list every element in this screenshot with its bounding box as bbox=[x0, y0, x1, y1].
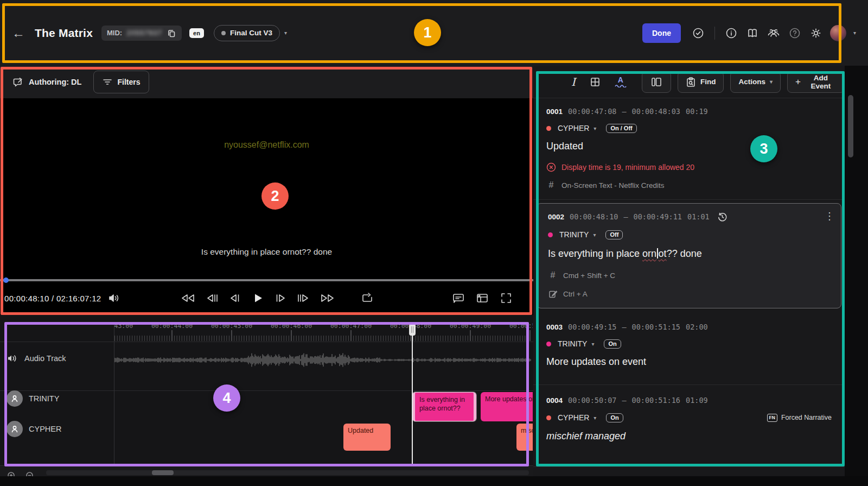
top-bar: ← The Matrix MID: 20557937 en Final Cut … bbox=[0, 0, 868, 66]
on-off-badge[interactable]: Off bbox=[605, 230, 623, 239]
time-separator: – bbox=[622, 107, 626, 116]
event-list-panel: I A Find Actions ▾ + Add Event 0001 bbox=[533, 66, 845, 486]
event-row-0004[interactable]: 0004 00:00:50:07 – 00:00:51:16 01:09 CYP… bbox=[533, 385, 845, 467]
restore-history-icon[interactable] bbox=[717, 212, 727, 222]
event-note: # Cmd + Shift + C bbox=[548, 270, 832, 281]
on-off-badge[interactable]: On bbox=[604, 339, 621, 349]
event-start-time[interactable]: 00:00:48:10 bbox=[570, 212, 618, 221]
on-off-badge[interactable]: On / Off bbox=[606, 124, 636, 133]
event-duration: 00:19 bbox=[686, 107, 708, 116]
next-frame-icon[interactable] bbox=[272, 289, 290, 307]
info-icon[interactable] bbox=[724, 26, 738, 40]
grid-view-icon[interactable] bbox=[590, 77, 601, 87]
seek-handle[interactable] bbox=[3, 277, 9, 283]
event-start-time[interactable]: 00:00:47:08 bbox=[568, 107, 616, 116]
volume-icon[interactable] bbox=[105, 289, 123, 307]
burned-in-subtitle: Is everything in place ornot?? done bbox=[0, 247, 533, 257]
speaker-name[interactable]: TRINITY bbox=[558, 339, 587, 348]
chevron-down-icon[interactable]: ▾ bbox=[284, 30, 287, 36]
event-text[interactable]: Updated bbox=[546, 141, 835, 155]
speaker-chevron-down-icon[interactable]: ▾ bbox=[593, 232, 596, 238]
player-header: Authoring: DL Filters bbox=[0, 66, 533, 98]
play-icon[interactable] bbox=[249, 289, 266, 307]
kebab-menu-icon[interactable]: ⋮ bbox=[825, 210, 834, 222]
hash-icon: # bbox=[546, 180, 556, 190]
speaker-name[interactable]: CYPHER bbox=[558, 413, 589, 422]
timeline-subtitle-block[interactable]: Is everything in place ornot?? bbox=[412, 392, 476, 421]
members-icon[interactable] bbox=[767, 26, 781, 40]
layout-icon[interactable] bbox=[474, 289, 491, 307]
version-selector[interactable]: Final Cut V3 bbox=[214, 25, 280, 41]
timeline-subtitle-block[interactable]: More updates on event bbox=[481, 392, 533, 421]
version-status-dot bbox=[221, 31, 226, 35]
event-row-0003[interactable]: 0003 00:00:49:15 – 00:00:51:15 02:00 TRI… bbox=[533, 312, 845, 385]
avatar-chevron-down-icon[interactable]: ▾ bbox=[853, 30, 856, 36]
timeline-subtitle-block[interactable]: mischief managed bbox=[516, 424, 533, 451]
video-player: Authoring: DL Filters nyoussef@netflix.c… bbox=[0, 66, 533, 315]
next-event-icon[interactable] bbox=[296, 289, 313, 307]
speaker-name[interactable]: CYPHER bbox=[558, 124, 589, 132]
speaker-chevron-down-icon[interactable]: ▾ bbox=[593, 415, 596, 421]
event-end-time[interactable]: 00:00:49:11 bbox=[634, 212, 682, 221]
settings-gear-icon[interactable] bbox=[809, 26, 823, 40]
filters-button[interactable]: Filters bbox=[93, 71, 149, 93]
event-start-time[interactable]: 00:00:50:07 bbox=[568, 396, 616, 405]
event-end-time[interactable]: 00:00:48:03 bbox=[632, 107, 680, 116]
fullscreen-icon[interactable] bbox=[497, 289, 515, 307]
hash-icon: # bbox=[548, 270, 558, 280]
fast-forward-icon[interactable] bbox=[319, 289, 336, 307]
on-off-badge[interactable]: On bbox=[606, 413, 623, 422]
event-end-time[interactable]: 00:00:51:16 bbox=[632, 396, 680, 405]
avatar[interactable] bbox=[830, 25, 846, 41]
add-event-button[interactable]: + Add Event bbox=[787, 71, 845, 93]
speaker-chevron-down-icon[interactable]: ▾ bbox=[593, 125, 596, 131]
timeline-scrollbar-thumb[interactable] bbox=[152, 470, 174, 475]
timeline-subtitle-block[interactable]: Updated bbox=[343, 424, 391, 451]
playhead-handle[interactable] bbox=[409, 324, 416, 336]
speaker-name[interactable]: TRINITY bbox=[559, 230, 589, 239]
previous-event-icon[interactable] bbox=[202, 289, 220, 307]
find-button[interactable]: Find bbox=[678, 71, 724, 93]
rewind-icon[interactable] bbox=[179, 289, 196, 307]
transport-controls bbox=[179, 289, 376, 307]
event-text[interactable]: mischief managed bbox=[546, 431, 835, 445]
mid-label: MID: bbox=[107, 29, 122, 37]
loop-icon[interactable] bbox=[359, 289, 376, 307]
actions-button[interactable]: Actions ▾ bbox=[730, 71, 781, 93]
block-text: mischief managed bbox=[521, 427, 533, 434]
text-cursor bbox=[657, 248, 658, 258]
timeline-ruler-ticks[interactable] bbox=[0, 329, 533, 342]
event-text-editing[interactable]: Is everything in place ornot?? done bbox=[548, 248, 832, 262]
help-icon[interactable] bbox=[788, 26, 802, 40]
speaker-chevron-down-icon[interactable]: ▾ bbox=[591, 341, 594, 347]
timeline-scrollbar[interactable] bbox=[46, 470, 529, 475]
text-segment: ?? done bbox=[667, 248, 702, 259]
previous-frame-icon[interactable] bbox=[226, 289, 243, 307]
filters-label: Filters bbox=[117, 78, 140, 86]
seek-bar[interactable] bbox=[0, 279, 533, 281]
copy-icon[interactable] bbox=[167, 28, 176, 38]
version-label: Final Cut V3 bbox=[230, 29, 272, 37]
speaker-color-dot bbox=[546, 126, 551, 131]
library-icon[interactable] bbox=[745, 26, 760, 40]
player-timecode: 00:00:48:10 / 02:16:07:12 bbox=[4, 294, 101, 303]
event-end-time[interactable]: 00:00:51:15 bbox=[632, 323, 680, 331]
captions-icon[interactable] bbox=[450, 289, 467, 307]
event-start-time[interactable]: 00:00:49:15 bbox=[568, 323, 616, 331]
text-segment: Is everything in place bbox=[548, 248, 642, 259]
event-row-0002-selected[interactable]: ⋮ 0002 00:00:48:10 – 00:00:49:11 01:01 T… bbox=[537, 203, 841, 308]
italic-icon[interactable]: I bbox=[571, 75, 576, 89]
event-id: 0001 bbox=[546, 108, 563, 116]
forced-narrative-flag: FN Forced Narrative bbox=[767, 414, 835, 422]
split-view-button[interactable] bbox=[642, 71, 671, 93]
check-circle-icon[interactable] bbox=[691, 26, 705, 40]
event-text[interactable]: More updates on event bbox=[546, 356, 835, 370]
done-button[interactable]: Done bbox=[642, 23, 681, 43]
back-arrow-icon[interactable]: ← bbox=[12, 26, 25, 41]
note-text: Cmd + Shift + C bbox=[563, 272, 615, 280]
event-row-0001[interactable]: 0001 00:00:47:08 – 00:00:48:03 00:19 CYP… bbox=[533, 98, 845, 200]
panel-scrollbar-thumb[interactable] bbox=[848, 95, 853, 157]
event-id: 0004 bbox=[546, 396, 563, 405]
spellcheck-icon[interactable]: A bbox=[615, 76, 627, 87]
event-header: 0001 00:00:47:08 – 00:00:48:03 00:19 bbox=[546, 107, 835, 116]
